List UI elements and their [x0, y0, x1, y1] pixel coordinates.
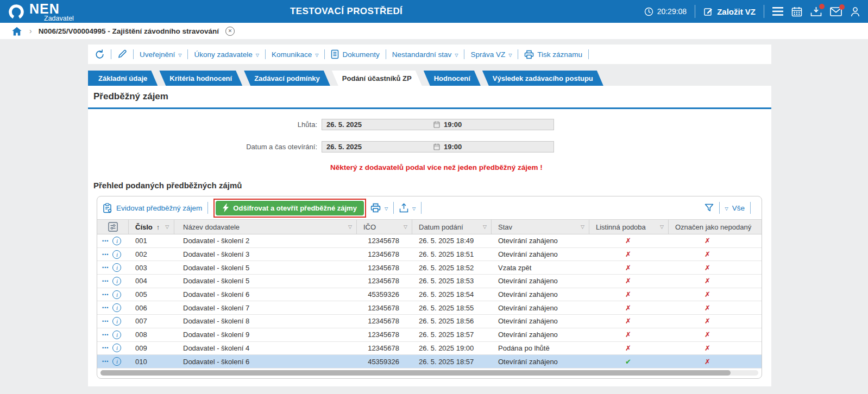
column-header-cislo[interactable]: Číslo ↑ ▽	[129, 220, 174, 234]
print-grid-button[interactable]: ▽	[370, 203, 388, 213]
otevirani-field[interactable]: 26. 5. 2025 19:00	[322, 141, 554, 152]
tab-hodnoceni[interactable]: Hodnocení	[424, 71, 481, 86]
breadcrumb-record[interactable]: N006/25/V00004995 - Zajištění závodního …	[39, 27, 219, 35]
row-menu-icon[interactable]: •••	[102, 278, 109, 284]
table-row[interactable]: ••• i 010 Dodavatel - školení 6 45359326…	[97, 355, 762, 368]
tab-kriteria-hodnoceni[interactable]: Kritéria hodnocení	[159, 71, 242, 86]
nen-logo[interactable]: NEN Zadavatel	[8, 2, 74, 22]
column-header-nazev-dodavatele[interactable]: Název dodavatele ▽	[174, 220, 357, 234]
toolbar-item-komunikace[interactable]: Komunikace▽	[272, 50, 318, 59]
table-row[interactable]: ••• i 005 Dodavatel - školení 6 45359326…	[97, 288, 762, 302]
row-info-icon[interactable]: i	[112, 263, 121, 272]
table-row[interactable]: ••• i 001 Dodavatel - školení 2 12345678…	[97, 234, 762, 248]
tab-zadavaci-podminky[interactable]: Zadávací podmínky	[244, 71, 330, 86]
table-row[interactable]: ••• i 007 Dodavatel - školení 8 12345678…	[97, 315, 762, 328]
toolbar-item-nestandardni-stav[interactable]: Nestandardní stav▽	[392, 50, 458, 59]
row-info-icon[interactable]: i	[112, 290, 121, 299]
close-record-icon[interactable]: ✕	[225, 27, 235, 36]
messages-button[interactable]	[830, 7, 842, 16]
row-menu-icon[interactable]: •••	[102, 319, 109, 324]
cell-cislo: 009	[129, 342, 174, 355]
filter-button[interactable]	[705, 204, 714, 213]
column-filter-icon[interactable]: ▽	[165, 224, 169, 230]
row-info-icon[interactable]: i	[112, 331, 121, 339]
row-menu-icon[interactable]: •••	[102, 332, 109, 338]
cell-nazev-dodavatele: Dodavatel - školení 2	[174, 234, 357, 247]
toolbar-item-tisk-zaznamu[interactable]: Tisk záznamu	[524, 50, 582, 59]
filter-scope-all[interactable]: ▽ Vše	[725, 204, 745, 212]
table-row[interactable]: ••• i 002 Dodavatel - školení 3 12345678…	[97, 248, 762, 262]
edit-button[interactable]	[117, 49, 127, 59]
row-menu-icon[interactable]: •••	[102, 252, 109, 257]
row-info-icon[interactable]: i	[112, 250, 121, 259]
list-title: Přehled podaných předběžných zájmů	[93, 181, 242, 190]
horizontal-scrollbar[interactable]	[100, 370, 758, 376]
cell-nazev-dodavatele: Dodavatel - školení 5	[174, 275, 357, 288]
calendar-icon[interactable]	[791, 7, 802, 17]
table-row[interactable]: ••• i 004 Dodavatel - školení 5 12345678…	[97, 275, 762, 288]
time-value[interactable]: 19:00	[444, 143, 462, 151]
divider	[133, 49, 134, 59]
toolbar-item-uverejneni[interactable]: Uveřejnění▽	[140, 50, 181, 59]
row-menu-icon[interactable]: •••	[102, 345, 109, 351]
decrypt-highlight-frame: Odšifrovat a otevřít předběžné zájmy	[213, 199, 366, 218]
row-info-icon[interactable]: i	[112, 344, 121, 352]
date-value[interactable]: 26. 5. 2025	[322, 143, 433, 151]
column-header-listinna-podoba[interactable]: Listinná podoba ▽	[589, 220, 669, 234]
menu-icon[interactable]	[772, 7, 783, 16]
cell-ico: 12345678	[357, 261, 412, 274]
toolbar-item-sprava-vz[interactable]: Správa VZ▽	[470, 50, 512, 59]
column-filter-icon[interactable]: ▽	[404, 224, 407, 230]
home-icon[interactable]	[12, 27, 22, 36]
row-menu-icon[interactable]: •••	[102, 238, 109, 244]
divider	[695, 5, 695, 18]
create-vz-button[interactable]: Založit VZ	[703, 7, 756, 16]
cell-nazev-dodavatele: Dodavatel - školení 4	[174, 342, 357, 355]
table-row[interactable]: ••• i 006 Dodavatel - školení 7 12345678…	[97, 301, 762, 315]
export-grid-button[interactable]: ▽	[399, 203, 416, 213]
table-row[interactable]: ••• i 008 Dodavatel - školení 9 12345678…	[97, 328, 762, 342]
row-menu-icon[interactable]: •••	[102, 265, 109, 270]
row-info-icon[interactable]: i	[112, 277, 121, 285]
time-value[interactable]: 19:00	[444, 120, 462, 129]
divider	[764, 5, 764, 18]
table-row[interactable]: ••• i 009 Dodavatel - školení 4 12345678…	[97, 342, 762, 355]
cell-nazev-dodavatele: Dodavatel - školení 7	[174, 301, 357, 314]
scrollbar-thumb[interactable]	[100, 370, 731, 376]
divider	[393, 202, 394, 214]
column-filter-icon[interactable]: ▽	[348, 224, 352, 230]
column-header-ico[interactable]: IČO ▽	[357, 220, 412, 234]
tab-zakladni-udaje[interactable]: Základní údaje	[88, 71, 158, 86]
row-menu-icon[interactable]: •••	[102, 292, 109, 297]
row-menu-icon[interactable]: •••	[102, 359, 109, 364]
column-filter-icon[interactable]: ▽	[483, 224, 487, 230]
toolbar-item-ukony-zadavatele[interactable]: Úkony zadavatele▽	[194, 50, 259, 59]
date-value[interactable]: 26. 5. 2025	[322, 120, 433, 129]
table-row[interactable]: ••• i 003 Dodavatel - školení 5 12345678…	[97, 261, 762, 275]
cell-datum-podani: 26. 5. 2025 18:53	[412, 275, 492, 288]
decrypt-open-button[interactable]: Odšifrovat a otevřít předběžné zájmy	[216, 201, 364, 215]
register-interest-button[interactable]: Evidovat předběžný zájem	[103, 203, 202, 213]
row-info-icon[interactable]: i	[112, 303, 121, 312]
column-header-stav[interactable]: Stav ▽	[492, 220, 589, 234]
column-filter-icon[interactable]: ▽	[581, 224, 584, 230]
inbox-button[interactable]	[810, 7, 822, 17]
row-info-icon[interactable]: i	[112, 237, 121, 245]
tab-podani-ucastniku-zp[interactable]: Podání účastníků ZP	[332, 71, 422, 86]
column-header-datum-podani[interactable]: Datum podání ▽	[412, 220, 492, 234]
cell-cislo: 003	[129, 261, 174, 274]
column-settings-button[interactable]	[97, 220, 129, 234]
column-filter-icon[interactable]: ▽	[660, 224, 664, 230]
row-info-icon[interactable]: i	[112, 317, 121, 326]
lhuta-field[interactable]: 26. 5. 2025 19:00	[322, 119, 554, 130]
row-info-icon[interactable]: i	[112, 357, 121, 366]
column-header-oznacen-jako-nepodany[interactable]: Označen jako nepodaný	[669, 220, 762, 234]
toolbar-item-dokumenty[interactable]: Dokumenty	[331, 49, 379, 59]
tab-vysledek-zadavaciho-postupu[interactable]: Výsledek zadávacího postupu	[482, 71, 603, 86]
user-profile-icon[interactable]	[850, 7, 860, 17]
refresh-button[interactable]	[95, 49, 105, 60]
cell-oznacen-jako-nepodany: ✗	[669, 248, 762, 261]
divider	[111, 49, 111, 59]
row-menu-icon[interactable]: •••	[102, 305, 109, 310]
funnel-icon	[705, 204, 714, 213]
